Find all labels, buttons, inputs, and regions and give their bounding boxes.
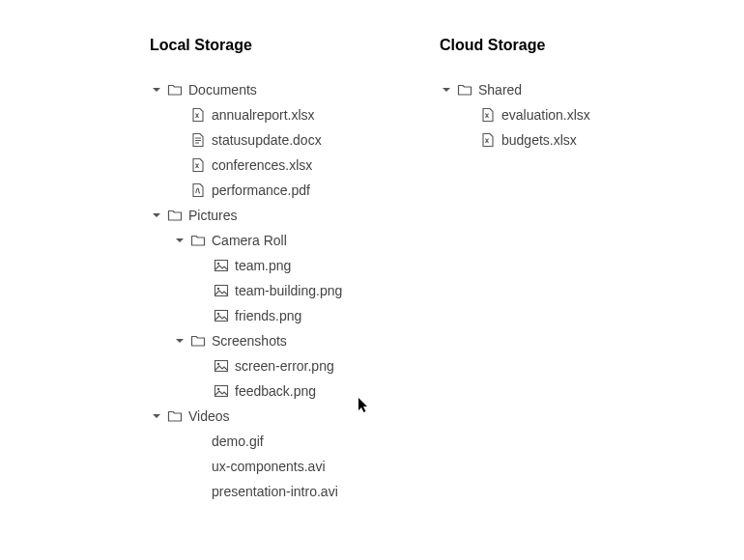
- spreadsheet-icon: [190, 157, 206, 173]
- tree-file[interactable]: annualreport.xlsx: [173, 102, 343, 127]
- file-label: conferences.xlsx: [212, 157, 312, 173]
- chevron-down-icon[interactable]: [440, 83, 453, 97]
- svg-rect-2: [215, 286, 228, 296]
- file-label: ux-components.avi: [212, 459, 326, 474]
- folder-icon: [190, 333, 206, 349]
- tree-children: evaluation.xlsxbudgets.xlsx: [440, 102, 633, 153]
- file-label: budgets.xlsx: [501, 132, 577, 148]
- file-label: statusupdate.docx: [212, 132, 322, 148]
- svg-point-7: [217, 363, 219, 365]
- image-icon: [214, 308, 229, 323]
- folder-icon: [190, 233, 206, 248]
- tree-file[interactable]: statusupdate.docx: [173, 127, 343, 153]
- folder-label: Screenshots: [212, 333, 287, 349]
- file-label: annualreport.xlsx: [212, 107, 315, 123]
- column-heading: Local Storage: [150, 37, 343, 54]
- file-label: screen-error.png: [235, 358, 334, 374]
- folder-icon: [167, 208, 183, 223]
- tree-file[interactable]: performance.pdf: [173, 178, 343, 203]
- spreadsheet-icon: [190, 107, 206, 123]
- document-icon: [190, 132, 206, 148]
- tree-file[interactable]: budgets.xlsx: [463, 127, 633, 153]
- tree-file[interactable]: presentation-intro.avi: [173, 479, 343, 504]
- cloud-storage-column: Cloud Storage Sharedevaluation.xlsxbudge…: [440, 37, 633, 504]
- image-icon: [214, 283, 229, 298]
- pdf-icon: [190, 182, 206, 198]
- tree-file[interactable]: screen-error.png: [196, 353, 343, 378]
- tree-folder[interactable]: Shared: [440, 77, 633, 102]
- image-icon: [214, 383, 229, 399]
- tree-file[interactable]: demo.gif: [173, 429, 343, 454]
- tree-children: demo.gifux-components.avipresentation-in…: [150, 429, 343, 504]
- tree-children: annualreport.xlsxstatusupdate.docxconfer…: [150, 102, 343, 203]
- svg-point-9: [217, 388, 219, 390]
- svg-rect-4: [215, 311, 228, 322]
- chevron-down-icon[interactable]: [150, 209, 163, 222]
- file-label: evaluation.xlsx: [501, 107, 590, 123]
- svg-rect-8: [215, 386, 228, 397]
- cloud-storage-tree: Sharedevaluation.xlsxbudgets.xlsx: [440, 77, 633, 153]
- tree-folder[interactable]: Documents: [150, 77, 343, 102]
- folder-label: Documents: [188, 82, 257, 98]
- tree-file[interactable]: conferences.xlsx: [173, 153, 343, 178]
- chevron-down-icon[interactable]: [150, 83, 163, 97]
- folder-icon: [167, 82, 183, 98]
- spreadsheet-icon: [480, 132, 496, 148]
- tree-folder[interactable]: Screenshots: [173, 328, 343, 353]
- column-heading: Cloud Storage: [440, 37, 633, 54]
- tree-file[interactable]: feedback.png: [196, 378, 343, 404]
- file-label: friends.png: [235, 308, 301, 323]
- chevron-down-icon[interactable]: [173, 334, 186, 348]
- file-tree-container: Local Storage Documentsannualreport.xlsx…: [0, 0, 744, 504]
- tree-file[interactable]: friends.png: [196, 303, 343, 328]
- tree-folder[interactable]: Videos: [150, 404, 343, 429]
- file-label: performance.pdf: [212, 182, 310, 198]
- file-label: team-building.png: [235, 283, 342, 298]
- tree-file[interactable]: team.png: [196, 253, 343, 278]
- folder-label: Camera Roll: [212, 233, 287, 248]
- tree-children: screen-error.pngfeedback.png: [173, 353, 343, 404]
- svg-rect-0: [215, 261, 228, 271]
- folder-label: Shared: [478, 82, 522, 98]
- file-label: team.png: [235, 258, 291, 273]
- local-storage-tree: Documentsannualreport.xlsxstatusupdate.d…: [150, 77, 343, 504]
- svg-point-1: [217, 263, 219, 265]
- image-icon: [214, 358, 229, 374]
- file-label: demo.gif: [212, 434, 264, 449]
- tree-folder[interactable]: Camera Roll: [173, 228, 343, 253]
- svg-point-5: [217, 313, 219, 315]
- tree-file[interactable]: team-building.png: [196, 278, 343, 303]
- tree-file[interactable]: evaluation.xlsx: [463, 102, 633, 127]
- folder-label: Videos: [188, 408, 230, 424]
- chevron-down-icon[interactable]: [173, 234, 186, 247]
- local-storage-column: Local Storage Documentsannualreport.xlsx…: [150, 37, 343, 504]
- tree-children: Camera Rollteam.pngteam-building.pngfrie…: [150, 228, 343, 404]
- svg-rect-6: [215, 361, 228, 372]
- folder-label: Pictures: [188, 208, 238, 223]
- svg-point-3: [217, 288, 219, 290]
- file-label: feedback.png: [235, 383, 316, 399]
- spreadsheet-icon: [480, 107, 496, 123]
- folder-icon: [457, 82, 472, 98]
- tree-file[interactable]: ux-components.avi: [173, 454, 343, 479]
- chevron-down-icon[interactable]: [150, 409, 163, 423]
- tree-folder[interactable]: Pictures: [150, 203, 343, 228]
- tree-children: team.pngteam-building.pngfriends.png: [173, 253, 343, 328]
- image-icon: [214, 258, 229, 273]
- folder-icon: [167, 408, 183, 424]
- file-label: presentation-intro.avi: [212, 484, 338, 499]
